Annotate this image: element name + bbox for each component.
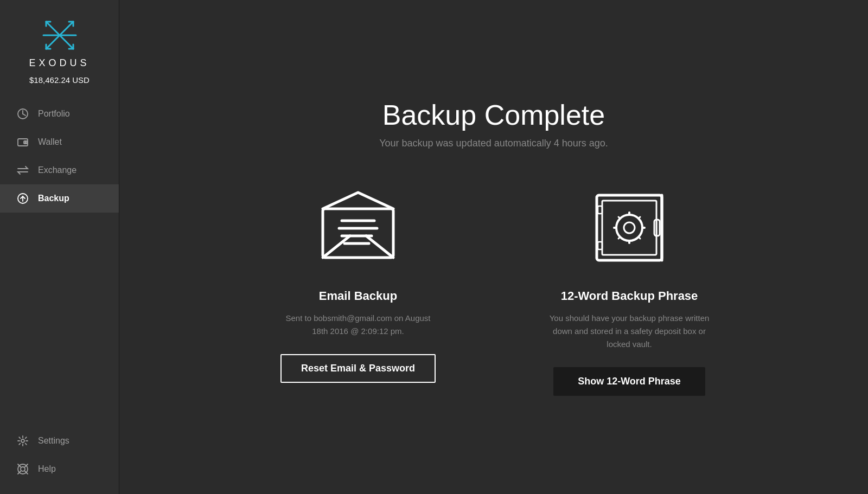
main-nav: Portfolio Wallet Exchange [0,100,119,213]
sidebar-item-backup[interactable]: Backup [0,184,119,213]
sidebar-item-portfolio[interactable]: Portfolio [0,100,119,128]
svg-line-2 [46,35,60,49]
backup-label: Backup [38,194,69,203]
backup-icon [16,192,29,205]
show-phrase-button[interactable]: Show 12-Word Phrase [553,367,705,396]
wallet-icon [16,136,29,149]
sidebar-item-exchange[interactable]: Exchange [0,156,119,184]
svg-rect-59 [598,242,602,249]
sidebar-item-wallet[interactable]: Wallet [0,128,119,156]
logo-container: EXODUS [29,16,90,69]
email-card-title: Email Backup [319,289,397,303]
svg-point-47 [624,222,635,233]
svg-line-52 [618,217,620,219]
page-subtitle: Your backup was updated automatically 4 … [379,138,608,149]
svg-rect-44 [597,195,662,260]
email-backup-card: Email Backup Sent to bobsmith@gmail.com … [266,187,450,383]
exchange-icon [16,164,29,177]
sidebar-item-help[interactable]: Help [0,455,119,483]
phrase-card-desc: You should have your backup phrase writt… [548,312,711,351]
exodus-logo-icon [41,16,79,54]
bottom-nav: Settings Help [0,427,119,494]
vault-icon [586,187,673,274]
sidebar: EXODUS $18,462.24 USD Portfolio [0,0,119,494]
page-title: Backup Complete [382,99,605,131]
email-backup-icon [315,187,401,274]
cards-row: Email Backup Sent to bobsmith@gmail.com … [266,187,722,396]
svg-rect-45 [602,201,656,255]
svg-line-0 [46,22,60,35]
sidebar-item-settings[interactable]: Settings [0,427,119,455]
portfolio-label: Portfolio [38,109,70,119]
svg-line-27 [19,437,20,438]
svg-line-55 [618,237,620,239]
logo-text: EXODUS [29,57,90,69]
svg-line-3 [60,35,73,49]
svg-point-19 [25,142,26,143]
svg-line-16 [23,114,25,116]
svg-line-28 [25,444,27,445]
svg-line-53 [639,237,640,239]
reset-email-password-button[interactable]: Reset Email & Password [280,354,436,383]
settings-icon [16,434,29,447]
balance-display: $18,462.24 USD [29,75,90,85]
phrase-card-title: 12-Word Backup Phrase [561,289,698,303]
wallet-label: Wallet [38,137,62,147]
svg-point-22 [21,439,24,442]
portfolio-icon [16,107,29,120]
svg-point-32 [21,467,25,471]
help-label: Help [38,464,56,474]
phrase-backup-card: 12-Word Backup Phrase You should have yo… [537,187,722,396]
help-icon [16,463,29,476]
svg-line-1 [60,22,73,35]
settings-label: Settings [38,436,69,446]
svg-line-29 [25,437,27,438]
svg-line-54 [639,217,640,219]
svg-rect-58 [598,206,602,214]
exchange-label: Exchange [38,165,76,175]
email-card-desc: Sent to bobsmith@gmail.com on August 18t… [277,312,439,338]
svg-line-39 [366,236,393,258]
main-content: Backup Complete Your backup was updated … [119,0,868,494]
svg-line-38 [323,236,350,258]
svg-line-30 [19,444,20,445]
